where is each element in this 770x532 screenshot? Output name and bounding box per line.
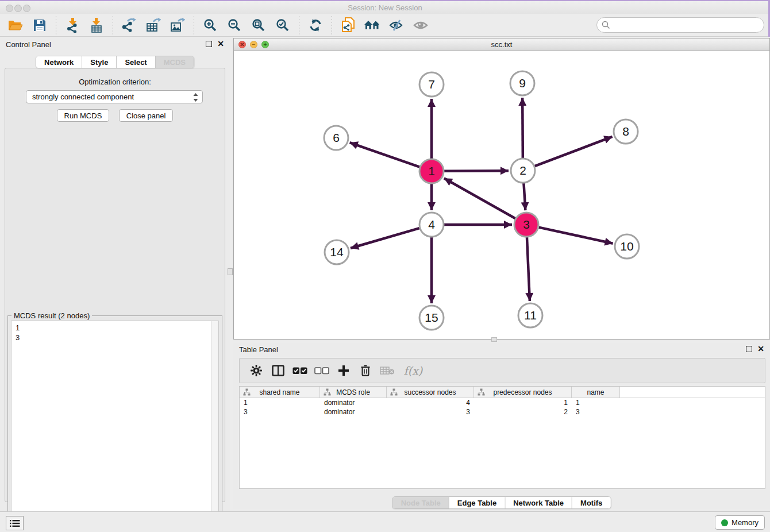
tab-mcds[interactable]: MCDS [156,56,194,68]
window-titlebar: Session: New Session [0,1,770,14]
import-network-icon[interactable] [63,16,82,35]
show-graphics-details-icon[interactable] [411,16,430,35]
tab-network-table[interactable]: Network Table [505,497,572,508]
export-image-icon[interactable] [168,16,187,35]
float-panel-icon[interactable] [206,41,212,47]
close-panel-icon[interactable]: ✕ [217,41,224,47]
memory-button[interactable]: Memory [715,515,765,530]
add-column-icon[interactable] [335,362,352,379]
tab-select[interactable]: Select [117,56,155,68]
horizontal-splitter-handle[interactable] [491,337,497,342]
toolbar-separator [194,16,194,34]
scrollbar-track[interactable] [211,321,218,529]
save-session-icon[interactable] [30,16,49,35]
gear-icon[interactable] [248,362,265,379]
table-row[interactable]: 3dominator323 [240,407,765,417]
memory-label: Memory [732,518,759,527]
search-field[interactable] [596,17,764,33]
table-panel: Table Panel ✕ f(x) shared nameMCDS ro [233,343,770,509]
refresh-layout-icon[interactable] [306,16,325,35]
mcds-result-list[interactable]: 13 [11,321,219,529]
table-row[interactable]: 1dominator411 [240,398,765,407]
edge-2-3[interactable] [523,183,525,210]
deselect-all-icon[interactable] [313,362,330,379]
delete-icon[interactable] [357,362,374,379]
edge-2-8[interactable] [535,137,613,166]
tab-style[interactable]: Style [82,56,117,68]
node-table[interactable]: shared nameMCDS rolesuccessor nodesprede… [239,386,765,489]
node-label-10: 10 [620,240,633,253]
search-input[interactable] [610,20,764,31]
network-graph: 7968124314101511 [234,51,769,339]
mcds-result-title: MCDS result (2 nodes) [11,311,92,320]
tab-network[interactable]: Network [36,56,82,68]
hierarchy-icon [390,388,398,396]
table-cell: 1 [474,398,572,407]
toolbar-separator [113,16,113,34]
export-network-icon[interactable] [120,16,139,35]
split-columns-icon[interactable] [270,362,287,379]
node-label-7: 7 [428,78,435,91]
table-body: 1dominator4113dominator323 [240,398,765,417]
edge-4-14[interactable] [351,228,419,248]
table-cell: 1 [240,398,320,407]
node-label-4: 4 [428,218,435,231]
column-header-shared-name[interactable]: shared name [240,387,320,398]
table-cell: dominator [320,407,387,417]
close-table-panel-icon[interactable]: ✕ [757,346,764,352]
zoom-out-icon[interactable] [225,16,244,35]
tab-node-table[interactable]: Node Table [393,497,449,508]
network-window-titlebar: ✕ − + scc.txt [234,38,769,51]
edge-1-6[interactable] [350,142,420,167]
control-panel-tabs: NetworkStyleSelectMCDS [36,56,194,68]
optimization-criterion-select[interactable]: strongly connected component [26,90,203,103]
column-header-name[interactable]: name [572,387,620,398]
table-cell: 2 [474,407,572,417]
zoom-fit-icon[interactable] [249,16,268,35]
status-bar: Memory [0,511,770,532]
edge-2-9[interactable] [522,98,523,158]
hierarchy-icon [324,388,331,396]
column-header-successor-nodes[interactable]: successor nodes [387,387,474,398]
table-cell: 1 [572,398,620,407]
export-table-icon[interactable] [144,16,163,35]
edge-1-2[interactable] [444,171,509,171]
toolbar-separator [299,16,299,34]
tab-edge-table[interactable]: Edge Table [449,497,505,508]
task-history-button[interactable] [6,516,24,530]
edge-3-10[interactable] [538,228,613,244]
mcds-result-box: MCDS result (2 nodes) 13 [7,315,222,532]
close-panel-button[interactable]: Close panel [119,109,174,122]
node-label-6: 6 [333,131,340,144]
run-mcds-button[interactable]: Run MCDS [57,109,110,122]
first-neighbors-icon[interactable] [363,16,382,35]
network-window-title: scc.txt [234,40,769,49]
edge-3-1[interactable] [444,178,515,218]
selected-option: strongly connected component [32,92,134,101]
mcds-result-line: 3 [16,333,218,342]
window-title: Session: New Session [0,3,770,12]
select-all-icon[interactable] [291,362,309,379]
table-toolbar: f(x) [239,358,765,383]
vertical-splitter-handle[interactable] [228,268,233,275]
clone-network-icon[interactable] [338,16,358,35]
float-table-panel-icon[interactable] [746,346,752,352]
mcds-pane: Optimization criterion: strongly connect… [5,68,225,502]
node-label-2: 2 [519,164,526,177]
table-cell: 3 [240,407,320,417]
hide-graphics-details-icon[interactable] [387,16,406,35]
edge-3-11[interactable] [527,237,530,301]
import-table-icon[interactable] [87,16,106,35]
column-header-mcds-role[interactable]: MCDS role [320,387,387,398]
table-header: shared nameMCDS rolesuccessor nodesprede… [240,387,765,398]
zoom-selected-icon[interactable] [273,16,292,35]
network-view-window: ✕ − + scc.txt 7968124314101511 [233,38,770,340]
node-label-11: 11 [524,309,537,322]
node-label-9: 9 [519,76,526,90]
tab-motifs[interactable]: Motifs [572,497,610,508]
column-header-predecessor-nodes[interactable]: predecessor nodes [474,387,572,398]
network-canvas[interactable]: 7968124314101511 [234,51,769,339]
open-session-icon[interactable] [6,16,25,35]
table-cell: 3 [572,407,620,417]
zoom-in-icon[interactable] [201,16,220,35]
